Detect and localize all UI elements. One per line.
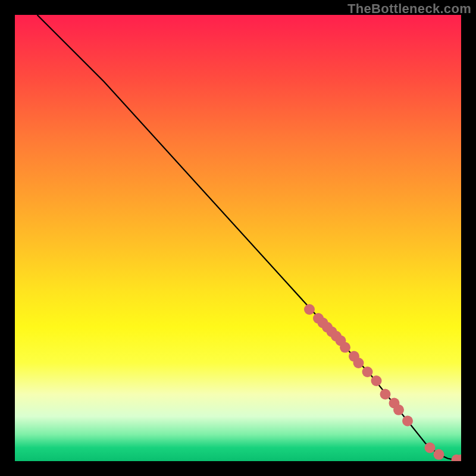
data-point bbox=[371, 375, 382, 386]
data-point bbox=[393, 405, 404, 415]
data-point bbox=[304, 304, 315, 315]
data-point bbox=[362, 367, 373, 377]
data-points bbox=[304, 304, 461, 461]
data-point bbox=[402, 416, 413, 427]
data-point bbox=[434, 449, 444, 460]
chart-svg bbox=[15, 15, 461, 461]
chart-plot-area bbox=[15, 15, 461, 461]
data-point bbox=[340, 342, 350, 353]
main-curve bbox=[37, 15, 462, 461]
watermark-text: TheBottleneck.com bbox=[347, 1, 471, 17]
data-point bbox=[353, 358, 364, 368]
data-point bbox=[425, 443, 436, 453]
data-point bbox=[380, 389, 391, 400]
